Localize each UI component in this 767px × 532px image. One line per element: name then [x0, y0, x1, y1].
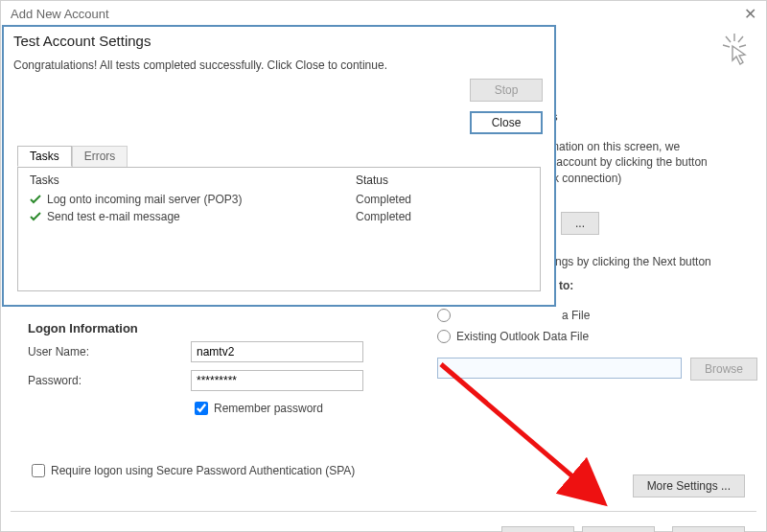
require-spa-row[interactable]: Require logon using Secure Password Auth… [28, 461, 355, 480]
text-frag: tings by clicking the Next button [549, 255, 711, 268]
separator [11, 511, 756, 512]
tab-strip: Tasks Errors [17, 146, 128, 167]
radio-existing-file[interactable]: Existing Outlook Data File [437, 330, 589, 343]
wizard-buttons: < Back Next > Cancel [501, 526, 745, 532]
remember-password-checkbox[interactable] [195, 402, 208, 415]
table-row: Send test e-mail message Completed [18, 208, 540, 225]
password-label: Password: [28, 374, 191, 387]
radio-existing-file-label: Existing Outlook Data File [456, 330, 589, 343]
col-status: Status [356, 173, 388, 187]
radio-new-file[interactable]: a File [437, 309, 590, 322]
password-input[interactable] [191, 370, 363, 391]
more-settings-button[interactable]: More Settings ... [633, 474, 745, 497]
require-spa-checkbox[interactable] [32, 464, 45, 477]
close-icon[interactable]: ✕ [744, 1, 756, 28]
main-title: Add New Account [11, 1, 109, 28]
username-input[interactable] [191, 341, 363, 362]
table-header: Tasks Status [18, 168, 540, 191]
col-tasks: Tasks [30, 173, 356, 187]
main-titlebar: Add New Account ✕ [1, 1, 766, 28]
close-button[interactable]: Close [470, 111, 543, 134]
text-frag: r account by clicking the button [549, 155, 708, 169]
logon-information-section: Logon Information User Name: Password: R… [28, 321, 411, 418]
data-file-path-input[interactable] [437, 358, 682, 379]
username-label: User Name: [28, 345, 191, 359]
task-label: Send test e-mail message [47, 210, 180, 223]
check-icon [30, 195, 41, 204]
next-button[interactable]: Next > [582, 526, 655, 532]
back-button[interactable]: < Back [501, 526, 574, 532]
text-frag: mation on this screen, we [549, 140, 680, 153]
tasks-panel: Tasks Status Log onto incoming mail serv… [17, 167, 541, 291]
dialog-title: Test Account Settings [4, 27, 554, 53]
tab-errors[interactable]: Errors [72, 146, 128, 167]
test-settings-button[interactable]: ... [561, 212, 599, 235]
task-status: Completed [356, 193, 411, 206]
test-account-settings-dialog: Test Account Settings Congratulations! A… [2, 25, 556, 307]
task-label: Log onto incoming mail server (POP3) [47, 193, 242, 206]
browse-button[interactable]: Browse [690, 358, 757, 381]
task-status: Completed [356, 210, 411, 223]
text-frag: rk connection) [549, 172, 621, 185]
check-icon [30, 212, 41, 221]
radio-new-file-frag: a File [562, 309, 590, 322]
logon-title: Logon Information [28, 321, 411, 335]
require-spa-label: Require logon using Secure Password Auth… [51, 464, 355, 477]
table-row: Log onto incoming mail server (POP3) Com… [18, 191, 540, 208]
tab-tasks[interactable]: Tasks [17, 146, 72, 167]
remember-password-label: Remember password [214, 402, 323, 415]
stop-button[interactable]: Stop [470, 79, 543, 102]
cancel-button[interactable]: Cancel [672, 526, 745, 532]
